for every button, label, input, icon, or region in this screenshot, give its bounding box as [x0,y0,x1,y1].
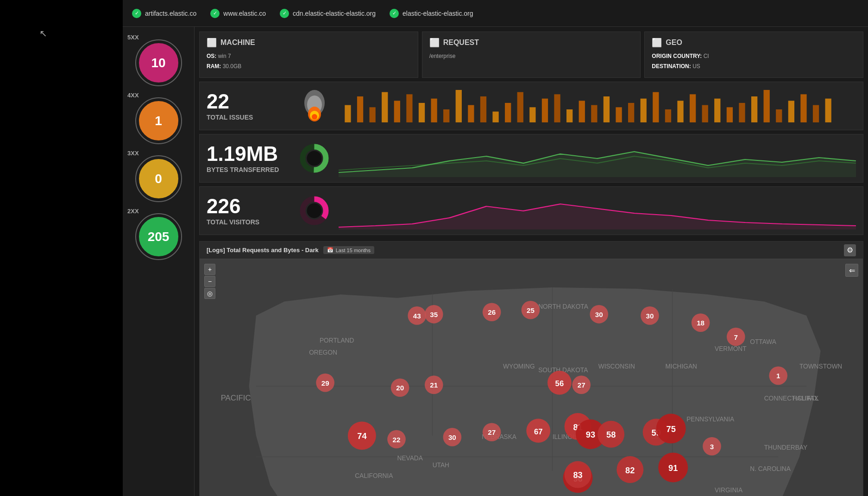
bytes-stat-main: 1.19MB BYTES TRANSFERRED [207,144,290,173]
machine-os-value: win 7 [218,53,231,59]
status-item-artifacts[interactable]: ✓ artifacts.elastic.co [132,9,196,18]
svg-rect-8 [382,92,388,122]
visitors-line-svg [339,192,856,229]
svg-rect-5 [345,105,351,122]
visitors-line-chart [339,192,856,229]
map-center-button[interactable]: ◎ [204,288,215,299]
map-svg: PACIFIC ATL NORTH DAKOTA SOUTH DAKOTA WI… [200,259,863,496]
visitors-label: TOTAL VISITORS [207,218,290,226]
svg-point-4 [312,114,317,120]
geo-origin-label: ORIGIN COUNTRY: [652,53,702,59]
request-icon: ⬜ [429,38,440,48]
geo-origin-row: ORIGIN COUNTRY: CI [652,51,856,62]
geo-icon: ⬜ [652,38,662,48]
issues-bars-svg [339,88,856,125]
request-card-title: ⬜ REQUEST [429,38,634,48]
status-item-cdn[interactable]: ✓ cdn.elastic-elastic-elastic.org [280,9,376,18]
left-panel: ↖ [0,0,123,496]
svg-text:7: 7 [734,333,738,341]
svg-text:74: 74 [357,431,367,441]
svg-rect-16 [480,96,486,122]
geo-card-title: ⬜ GEO [652,38,856,48]
metric-circle-4xx: 1 [139,101,178,140]
check-icon-elastic: ✓ [390,9,399,18]
svg-text:29: 29 [321,379,329,387]
svg-text:21: 21 [430,381,438,389]
map-body: PACIFIC ATL NORTH DAKOTA SOUTH DAKOTA WI… [200,259,863,496]
geo-origin-value: CI [704,53,709,59]
visitors-number: 226 [207,196,290,216]
bytes-label: BYTES TRANSFERRED [207,166,290,173]
visitors-donut-svg [299,196,329,226]
svg-text:WISCONSIN: WISCONSIN [598,363,635,370]
svg-text:NORTH DAKOTA: NORTH DAKOTA [538,303,588,310]
metric-value-3xx: 0 [155,172,162,186]
geo-dest-label: DESTINATION: [652,63,691,70]
svg-rect-19 [517,92,523,122]
svg-text:3: 3 [710,443,714,451]
svg-text:OTTAWA: OTTAWA [750,338,776,345]
machine-ram-value: 30.0GB [223,63,242,70]
svg-rect-17 [492,111,498,122]
metric-value-4xx: 1 [155,114,162,128]
map-section: [Logs] Total Requests and Bytes - Dark 📅… [199,241,863,496]
svg-rect-43 [813,105,819,122]
machine-os-row: OS: win 7 [207,51,411,62]
metric-value-5xx: 10 [151,56,165,70]
machine-ram-label: RAM: [207,63,221,70]
bytes-stat-row: 1.19MB BYTES TRANSFERRED [199,134,863,183]
machine-card-body: OS: win 7 RAM: 30.0GB [207,51,411,71]
svg-text:HALIFAX: HALIFAX [793,395,818,402]
svg-text:30: 30 [646,312,654,320]
metric-circle-2xx: 205 [139,217,178,256]
svg-marker-48 [339,152,856,177]
svg-rect-6 [357,96,363,122]
svg-rect-40 [776,109,782,122]
svg-rect-15 [468,105,474,122]
status-item-www[interactable]: ✓ www.elastic.co [210,9,266,18]
request-path: /enterprise [429,53,456,59]
cursor-icon: ↖ [39,28,47,39]
svg-rect-7 [369,107,375,122]
main-wrapper: ↖ ✓ artifacts.elastic.co ✓ www.elastic.c… [0,0,868,496]
map-time-badge[interactable]: 📅 Last 15 months [323,246,374,254]
svg-text:N. CAROLINA: N. CAROLINA [750,465,791,472]
svg-text:TOWNSTOWN: TOWNSTOWN [799,363,842,370]
map-zoom-in-button[interactable]: + [204,264,215,275]
request-card: ⬜ REQUEST /enterprise [422,32,641,78]
svg-text:VERMONT: VERMONT [715,345,747,352]
calendar-icon: 📅 [327,247,333,253]
laptop-icon: ⬜ [207,38,217,48]
machine-card-title: ⬜ MACHINE [207,38,411,48]
metric-value-2xx: 205 [148,229,170,244]
svg-text:75: 75 [666,424,675,434]
svg-text:18: 18 [697,319,704,327]
metric-label-2xx: 2XX [127,208,139,215]
request-card-body: /enterprise [429,51,634,62]
circle-ring-4xx: 1 [139,101,178,140]
svg-text:91: 91 [668,463,678,473]
visitors-stat-main: 226 TOTAL VISITORS [207,196,290,226]
svg-point-47 [307,151,322,166]
svg-rect-36 [727,107,733,122]
info-cards: ⬜ MACHINE OS: win 7 RAM: 30.0GB [199,32,863,78]
map-zoom-out-button[interactable]: − [204,276,215,287]
svg-rect-31 [665,109,671,122]
svg-marker-52 [339,204,856,229]
svg-text:43: 43 [413,312,421,320]
svg-text:OREGON: OREGON [309,349,337,356]
issues-label: TOTAL ISSUES [207,114,290,121]
svg-rect-20 [529,107,535,122]
svg-text:WYOMING: WYOMING [503,363,535,370]
map-expand-button[interactable]: ⇐ [845,264,858,277]
map-settings-button[interactable]: ⚙ [844,244,856,256]
machine-os-label: OS: [207,53,216,59]
status-item-elastic[interactable]: ✓ elastic-elastic-elastic.org [390,9,473,18]
svg-text:83: 83 [573,470,582,480]
status-label-elastic: elastic-elastic-elastic.org [403,10,473,17]
dashboard-main: ⬜ MACHINE OS: win 7 RAM: 30.0GB [195,27,868,496]
expand-icon: ⇐ [849,266,855,275]
machine-card: ⬜ MACHINE OS: win 7 RAM: 30.0GB [199,32,418,78]
metric-circle-3xx: 0 [139,159,178,198]
svg-rect-11 [419,103,425,122]
